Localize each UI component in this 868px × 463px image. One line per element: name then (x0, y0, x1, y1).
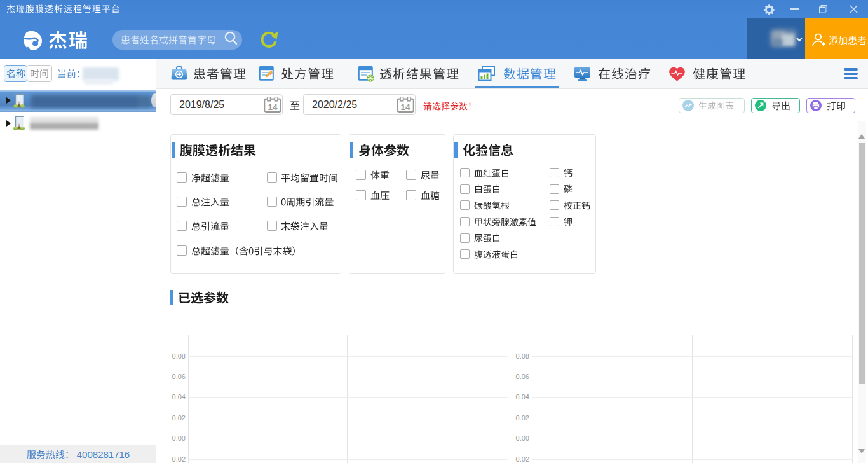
svg-text:14: 14 (400, 102, 410, 112)
svg-text:14: 14 (268, 102, 278, 112)
